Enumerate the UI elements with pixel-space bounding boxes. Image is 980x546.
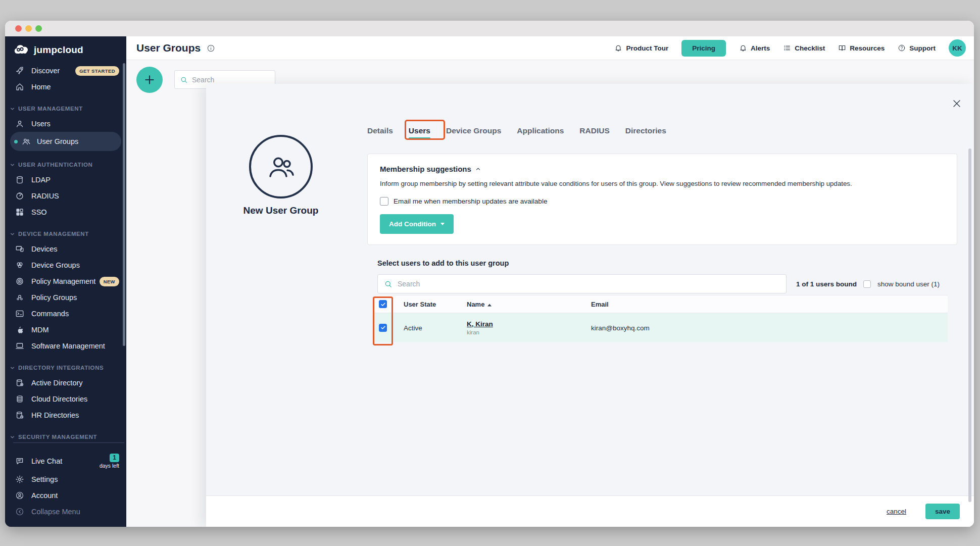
sidebar-scrollbar[interactable]	[123, 63, 125, 346]
jumpcloud-logo[interactable]: jumpcloud	[5, 36, 126, 59]
modal-scrollbar[interactable]	[968, 148, 971, 502]
app-window: jumpcloud Discover GET STARTED Home USER…	[5, 21, 974, 527]
sidebar-item-active-directory[interactable]: Active Directory	[5, 375, 126, 391]
sidebar-item-label: Device Groups	[31, 261, 80, 269]
group-avatar	[249, 135, 313, 198]
tab-device-groups[interactable]: Device Groups	[446, 126, 501, 135]
sidebar-item-mdm[interactable]: MDM	[5, 322, 126, 338]
sidebar-item-collapse-menu[interactable]: Collapse Menu	[5, 504, 126, 520]
show-bound-user-label[interactable]: show bound user (1)	[877, 280, 940, 288]
sidebar-item-label: SSO	[31, 208, 47, 216]
column-header-email[interactable]: Email	[591, 301, 609, 308]
sidebar-item-label: Users	[31, 120, 51, 128]
sidebar-item-user-groups[interactable]: User Groups	[10, 132, 121, 151]
row-checkbox[interactable]	[379, 324, 387, 332]
table-row[interactable]: Active K, Kiran kiran kiran@boxyhq.com	[374, 313, 948, 342]
book-icon	[838, 44, 846, 52]
gear-icon	[15, 475, 24, 484]
sidebar-item-ldap[interactable]: LDAP	[5, 172, 126, 188]
user-name-link[interactable]: K, Kiran	[467, 320, 493, 328]
column-header-user-state[interactable]: User State	[404, 301, 436, 308]
sidebar-item-label: Cloud Directories	[31, 395, 87, 403]
sidebar-item-policy-groups[interactable]: Policy Groups	[5, 289, 126, 306]
tab-bar: Details Users Device Groups Applications…	[367, 123, 666, 138]
section-user-management[interactable]: USER MANAGEMENT	[5, 102, 126, 116]
minimize-window-button[interactable]	[25, 25, 32, 32]
chat-bubble-icon	[15, 457, 24, 466]
add-user-group-button[interactable]	[136, 67, 163, 93]
section-directory-integrations[interactable]: DIRECTORY INTEGRATIONS	[5, 361, 126, 375]
sidebar-item-label: Software Management	[31, 342, 105, 350]
section-device-management[interactable]: DEVICE MANAGEMENT	[5, 227, 126, 241]
user-groups-icon	[22, 137, 31, 146]
search-icon	[384, 280, 393, 288]
sidebar-item-commands[interactable]: Commands	[5, 306, 126, 322]
sidebar-item-account[interactable]: Account	[5, 487, 126, 504]
tab-details[interactable]: Details	[367, 126, 393, 135]
radius-gauge-icon	[15, 191, 24, 201]
sidebar-item-software-management[interactable]: Software Management	[5, 338, 126, 354]
sidebar-item-home[interactable]: Home	[5, 79, 126, 95]
save-button[interactable]: save	[925, 504, 960, 519]
modal-footer: cancel save	[206, 495, 974, 527]
sidebar-item-live-chat[interactable]: Live Chat 1 days left	[5, 451, 126, 471]
sidebar-divider	[13, 442, 124, 443]
sidebar-item-label: Active Directory	[31, 379, 83, 387]
column-header-name[interactable]: Name	[467, 301, 492, 308]
close-icon[interactable]	[951, 98, 962, 109]
users-table: User State Name Email Active K, Kiran ki…	[374, 295, 948, 342]
show-bound-user-checkbox[interactable]	[863, 280, 871, 288]
maximize-window-button[interactable]	[35, 25, 42, 32]
select-all-checkbox[interactable]	[379, 300, 387, 308]
email-updates-label: Email me when membership updates are ava…	[394, 197, 548, 205]
sidebar-item-hr-directories[interactable]: HR Directories	[5, 407, 126, 423]
support-button[interactable]: Support	[898, 44, 936, 52]
resources-button[interactable]: Resources	[838, 44, 885, 52]
close-window-button[interactable]	[15, 25, 22, 32]
checklist-button[interactable]: Checklist	[783, 44, 825, 52]
tab-directories[interactable]: Directories	[625, 126, 666, 135]
search-icon	[180, 76, 188, 84]
pricing-button[interactable]: Pricing	[681, 40, 726, 57]
tab-applications[interactable]: Applications	[517, 126, 564, 135]
sidebar-item-users[interactable]: Users	[5, 116, 126, 132]
user-icon	[15, 119, 24, 128]
email-updates-checkbox[interactable]	[380, 197, 388, 206]
user-search-input[interactable]	[398, 280, 780, 288]
product-tour-button[interactable]: Product Tour	[614, 44, 668, 52]
window-titlebar	[5, 21, 974, 36]
sidebar-item-sso[interactable]: SSO	[5, 204, 126, 220]
user-search-box[interactable]	[377, 274, 787, 293]
chevron-down-icon	[10, 162, 15, 168]
user-avatar[interactable]: KK	[949, 39, 966, 57]
groups-search-input[interactable]	[192, 76, 270, 84]
sidebar-item-radius[interactable]: RADIUS	[5, 188, 126, 204]
cancel-link[interactable]: cancel	[887, 508, 906, 515]
info-icon[interactable]	[207, 44, 215, 53]
table-header-row: User State Name Email	[374, 295, 948, 313]
username-subtext: kiran	[467, 329, 493, 335]
tab-radius[interactable]: RADIUS	[579, 126, 609, 135]
sidebar-item-cloud-directories[interactable]: Cloud Directories	[5, 391, 126, 407]
collapse-arrow-icon	[15, 507, 24, 516]
cloud-logo-icon	[13, 45, 29, 55]
section-user-authentication[interactable]: USER AUTHENTICATION	[5, 158, 126, 172]
add-condition-button[interactable]: Add Condition	[380, 214, 454, 234]
account-circle-icon	[15, 491, 24, 500]
sidebar-item-devices[interactable]: Devices	[5, 241, 126, 257]
section-security-management[interactable]: SECURITY MANAGEMENT	[5, 430, 126, 444]
sidebar-item-policy-management[interactable]: Policy Management NEW	[5, 273, 126, 289]
days-left-badge: 1	[110, 454, 119, 462]
sidebar-item-label: Commands	[31, 310, 69, 318]
tab-users[interactable]: Users	[409, 126, 430, 135]
sidebar-item-label: Settings	[31, 475, 58, 483]
chevron-down-icon	[10, 231, 15, 237]
sidebar-item-discover[interactable]: Discover GET STARTED	[5, 63, 126, 79]
sidebar-item-settings[interactable]: Settings	[5, 471, 126, 487]
membership-suggestions-toggle[interactable]: Membership suggestions	[380, 165, 945, 173]
chevron-down-icon	[10, 365, 15, 371]
user-email-value: kiran@boxyhq.com	[591, 324, 650, 331]
sidebar: jumpcloud Discover GET STARTED Home USER…	[5, 36, 126, 527]
alerts-button[interactable]: Alerts	[739, 44, 770, 52]
sidebar-item-device-groups[interactable]: Device Groups	[5, 257, 126, 273]
